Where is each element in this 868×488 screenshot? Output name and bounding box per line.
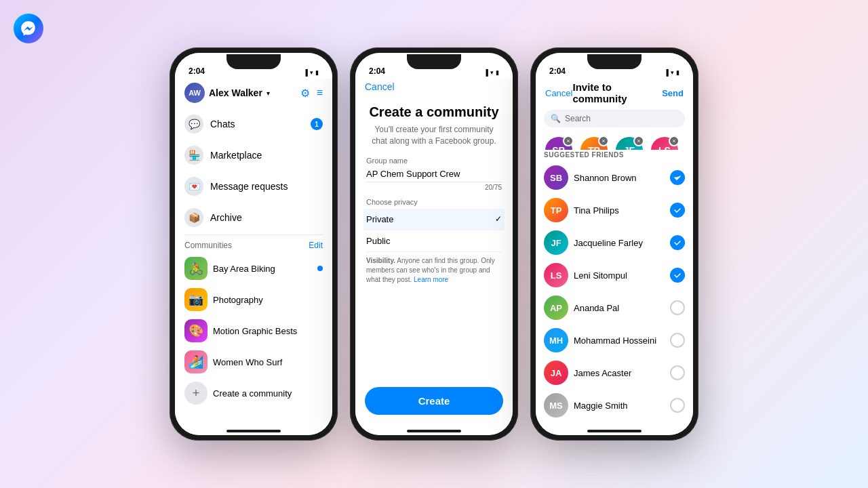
user-info[interactable]: AW Alex Walker ▾ <box>184 83 270 103</box>
ananda-check-empty <box>670 300 685 315</box>
community-bay-area-biking[interactable]: 🚴 Bay Area Biking <box>175 253 332 284</box>
maggie-check-empty <box>670 398 685 413</box>
divider <box>184 235 323 235</box>
invite-title: Invite to community <box>572 81 662 104</box>
person-james[interactable]: JA James Acaster <box>536 357 693 389</box>
home-indicator <box>587 430 642 432</box>
create-community-label: Create a community <box>213 388 292 399</box>
community-motion-graphic[interactable]: 🎨 Motion Graphic Bests <box>175 315 332 346</box>
create-button[interactable]: Create <box>365 387 503 415</box>
messenger-logo <box>14 14 43 43</box>
selected-tina: TP × Tina Philips <box>579 137 609 143</box>
motion-graphic-avatar: 🎨 <box>184 319 208 342</box>
person-leni[interactable]: LS Leni Sitompul <box>536 259 693 291</box>
jacqueline-check <box>670 235 685 250</box>
maggie-list-avatar: MS <box>544 393 568 418</box>
leni-list-name: Leni Sitompul <box>574 270 627 281</box>
phone2: 2:04 ▐ ▾ ▮ Cancel Create a community You… <box>350 47 518 441</box>
nav-marketplace[interactable]: 🏪 Marketplace <box>175 140 332 171</box>
gear-icon[interactable]: ⚙ <box>300 87 310 100</box>
header-icons: ⚙ ≡ <box>300 87 323 100</box>
person-ananda[interactable]: AP Ananda Pal <box>536 291 693 324</box>
learn-more-link[interactable]: Learn more <box>414 276 448 283</box>
phone3-top-bar: Cancel Invite to community Send <box>536 79 693 110</box>
selected-jacqueline: JF × Jacqueline Farley <box>614 137 644 143</box>
signal-icon: ▐ <box>484 69 488 76</box>
message-requests-label: Message requests <box>210 181 288 192</box>
jacqueline-list-avatar: JF <box>544 230 568 255</box>
battery-icon: ▮ <box>315 69 319 76</box>
phone2-status-bar: 2:04 ▐ ▾ ▮ <box>355 53 513 79</box>
private-label: Private <box>366 214 393 224</box>
phone2-time: 2:04 <box>369 66 385 76</box>
cancel-button[interactable]: Cancel <box>545 88 572 98</box>
person-mohammad[interactable]: MH Mohammad Hosseini <box>536 324 693 357</box>
women-surf-avatar: 🏄 <box>184 350 208 373</box>
nav-message-requests[interactable]: 💌 Message requests <box>175 171 332 202</box>
battery-icon: ▮ <box>496 69 499 76</box>
create-community-title: Create a community <box>366 104 502 120</box>
remove-leni[interactable]: × <box>669 136 679 146</box>
phone2-content: Cancel Create a community You'll create … <box>355 79 513 422</box>
menu-icon[interactable]: ≡ <box>317 87 323 99</box>
privacy-public[interactable]: Public <box>366 230 502 252</box>
shannon-list-name: Shannon Brown <box>574 173 637 183</box>
selected-avatars: SB × Shannon Brown TP × Tina Philips <box>536 133 693 150</box>
marketplace-icon: 🏪 <box>184 146 203 165</box>
person-tina[interactable]: TP Tina Philips <box>536 194 693 226</box>
remove-tina[interactable]: × <box>598 136 609 146</box>
photography-avatar: 📷 <box>184 288 208 311</box>
person-jacqueline[interactable]: JF Jacqueline Farley <box>536 226 693 259</box>
cancel-button[interactable]: Cancel <box>365 81 395 92</box>
phone2-bottom <box>355 422 513 435</box>
phone3-content: Cancel Invite to community Send 🔍 Search… <box>536 79 693 422</box>
search-bar[interactable]: 🔍 Search <box>544 110 685 127</box>
battery-icon: ▮ <box>676 69 679 76</box>
signal-icon: ▐ <box>665 69 669 76</box>
phone1: 2:04 ▐ ▾ ▮ AW Alex Walker ▾ <box>170 47 338 441</box>
wifi-icon: ▾ <box>671 69 674 76</box>
nav-archive[interactable]: 📦 Archive <box>175 202 332 233</box>
send-button[interactable]: Send <box>662 88 684 98</box>
mohammad-list-avatar: MH <box>544 328 568 352</box>
phone1-time: 2:04 <box>189 66 205 76</box>
ananda-list-avatar: AP <box>544 296 568 320</box>
nav-chats[interactable]: 💬 Chats 1 <box>175 108 332 140</box>
char-count: 20/75 <box>366 184 502 191</box>
unread-dot <box>317 266 323 271</box>
bay-area-biking-name: Bay Area Biking <box>213 264 275 274</box>
phone2-body: Create a community You'll create your fi… <box>355 98 513 380</box>
phone3-time: 2:04 <box>549 66 566 76</box>
phone1-screen: 2:04 ▐ ▾ ▮ AW Alex Walker ▾ <box>175 53 332 435</box>
chats-icon: 💬 <box>184 115 203 134</box>
group-name-label: Group name <box>366 157 502 165</box>
edit-button[interactable]: Edit <box>309 241 323 250</box>
phone3-screen: 2:04 ▐ ▾ ▮ Cancel Invite to community Se… <box>536 53 693 435</box>
tina-check <box>670 203 685 218</box>
group-name-input[interactable] <box>366 166 502 182</box>
phone3-status-icons: ▐ ▾ ▮ <box>665 69 679 76</box>
create-community-subtitle: You'll create your first community chat … <box>366 124 502 147</box>
message-requests-icon: 💌 <box>184 177 203 196</box>
mohammad-list-name: Mohammad Hosseini <box>574 336 656 346</box>
chevron-down-icon: ▾ <box>267 89 270 97</box>
phone3: 2:04 ▐ ▾ ▮ Cancel Invite to community Se… <box>530 47 698 441</box>
leni-list-avatar: LS <box>544 263 568 287</box>
search-placeholder: Search <box>565 114 591 123</box>
plus-icon: + <box>184 382 208 405</box>
remove-jacqueline[interactable]: × <box>633 136 644 146</box>
create-community-item[interactable]: + Create a community <box>175 378 332 409</box>
marketplace-label: Marketplace <box>210 150 262 161</box>
suggested-friends-label: SUGGESTED FRIENDS <box>536 150 693 161</box>
wifi-icon: ▾ <box>310 69 313 76</box>
selected-shannon: SB × Shannon Brown <box>544 137 574 143</box>
phone1-bottom <box>175 422 332 435</box>
person-shannon[interactable]: SB Shannon Brown <box>536 161 693 194</box>
visibility-text: Visibility. Anyone can find this group. … <box>366 256 502 285</box>
person-maggie[interactable]: MS Maggie Smith <box>536 389 693 422</box>
james-check-empty <box>670 365 685 380</box>
community-photography[interactable]: 📷 Photography <box>175 284 332 315</box>
community-women-surf[interactable]: 🏄 Women Who Surf <box>175 346 332 378</box>
remove-shannon[interactable]: × <box>563 136 574 146</box>
privacy-private[interactable]: Private ✓ <box>363 209 505 230</box>
